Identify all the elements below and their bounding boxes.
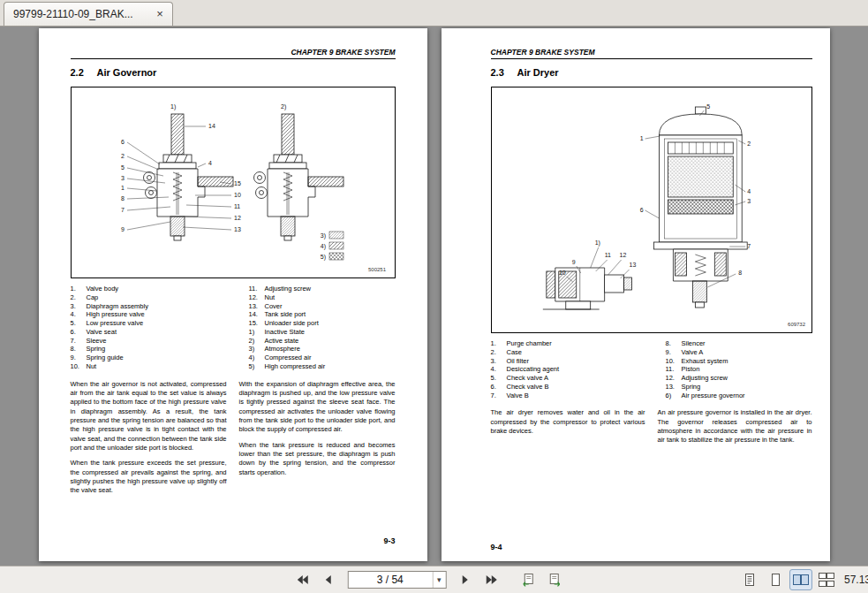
- callout-label: 12: [234, 215, 241, 221]
- text-column-2: An air pressure governor is installed in…: [658, 408, 812, 445]
- part-row: 9.Valve A: [666, 348, 812, 357]
- callout-label: 6: [639, 207, 643, 213]
- figure-number: 609732: [788, 322, 806, 327]
- next-page-icon: [457, 574, 472, 586]
- zoom-level[interactable]: 57.13: [844, 574, 868, 586]
- parts-column-right: 8.Silencer 9.Valve A 10.Exhaust system 1…: [666, 339, 812, 399]
- part-row: 6)Air pressure governor: [666, 392, 812, 400]
- part-row: 2)Active state: [249, 337, 396, 346]
- next-view-icon: [547, 573, 562, 587]
- first-page-button[interactable]: [291, 569, 313, 590]
- callout-label: 1: [639, 135, 643, 141]
- part-row: 1.Purge chamber: [491, 339, 657, 348]
- callout-label: 14: [208, 123, 215, 129]
- body-paragraph: The air dryer removes water and oil in t…: [491, 408, 645, 436]
- document-tab-title: 99799-21110-09_BRAK...: [13, 8, 153, 20]
- callout-label: 7: [747, 243, 751, 249]
- page-number-combobox[interactable]: 3 / 54 ▾: [347, 571, 446, 589]
- section-title-air-governor: 2.2 Air Governor: [71, 67, 396, 78]
- page-number: 9-4: [491, 543, 502, 551]
- part-row: 4)Compressed air: [249, 354, 396, 362]
- legend-label: 5): [320, 254, 325, 261]
- valve-assembly-1-drawing: [143, 114, 233, 240]
- bottom-toolbar: 3 / 54 ▾: [0, 566, 868, 593]
- callout-label: 8: [121, 195, 125, 201]
- hatch-legend: [329, 232, 343, 260]
- parts-list-air-governor: 1.Valve body 2.Cap 3.Diaphragm assembly …: [71, 285, 396, 371]
- pdf-viewer-window: 99799-21110-09_BRAK... × CHAPTER 9 BRAKE…: [0, 0, 868, 593]
- text-page-view-button[interactable]: [738, 569, 761, 590]
- previous-view-button[interactable]: [517, 569, 540, 590]
- page-number-display: 3 / 54: [348, 574, 432, 586]
- parts-list-air-dryer: 1.Purge chamber 2.Case 3.Oil filter 4.De…: [491, 339, 812, 399]
- callout-label: 4: [208, 160, 212, 166]
- text-column-2: With the expansion of diaphragm effectiv…: [239, 380, 396, 496]
- callout-label: 7: [121, 207, 125, 213]
- next-view-button[interactable]: [543, 569, 566, 590]
- parts-column-right: 11.Adjusting screw 12.Nut 13.Cover 14.Ta…: [249, 285, 396, 371]
- tab-bar: 99799-21110-09_BRAK... ×: [0, 0, 868, 27]
- callout-label: 13: [629, 262, 636, 268]
- dropdown-caret-icon[interactable]: ▾: [432, 572, 445, 588]
- part-row: 14.Tank side port: [249, 310, 396, 319]
- page-left: CHAPTER 9 BRAKE SYSTEM 2.2 Air Governor: [39, 28, 427, 561]
- page-number: 9-3: [383, 536, 395, 545]
- continuous-facing-view-icon: [818, 573, 835, 587]
- text-page-view-icon: [741, 573, 759, 587]
- previous-page-button[interactable]: [317, 569, 340, 590]
- facing-pages-view-button[interactable]: [789, 569, 812, 590]
- callout-label: 3: [747, 198, 751, 204]
- single-page-view-button[interactable]: [764, 569, 787, 590]
- part-row: 7.Valve B: [491, 392, 657, 400]
- document-tab[interactable]: 99799-21110-09_BRAK... ×: [4, 2, 173, 26]
- figure-number: 500251: [367, 267, 386, 272]
- part-row: 1.Valve body: [71, 285, 240, 293]
- callout-label: 12: [619, 252, 626, 258]
- page-right: CHAPTER 9 BRAKE SYSTEM 2.3 Air Dryer: [442, 28, 830, 561]
- part-row: 3)Atmosphere: [249, 345, 396, 354]
- part-row: 7.Sleeve: [71, 337, 240, 346]
- callout-label: 8: [738, 270, 742, 276]
- text-column-1: When the air governor is not activated, …: [71, 380, 227, 496]
- body-paragraph: With the expansion of diaphragm effectiv…: [239, 380, 396, 435]
- chapter-header: CHAPTER 9 BRAKE SYSTEM: [71, 48, 396, 59]
- callout-label: 2): [281, 103, 286, 110]
- parts-column-left: 1.Purge chamber 2.Case 3.Oil filter 4.De…: [491, 339, 657, 399]
- body-text: The air dryer removes water and oil in t…: [491, 408, 812, 445]
- chapter-header: CHAPTER 9 BRAKE SYSTEM: [491, 48, 812, 59]
- single-page-view-icon: [766, 573, 784, 587]
- section-number: 2.3: [491, 67, 517, 78]
- callout-label: 15: [234, 180, 241, 186]
- air-dryer-diagram: 5 1 2 4 3 6 7 8 1) 9 10 11 12 13: [492, 87, 811, 332]
- last-page-button[interactable]: [479, 569, 502, 590]
- part-row: 5.Low pressure valve: [71, 319, 240, 328]
- legend-label: 3): [320, 232, 325, 239]
- part-row: 13.Spring: [666, 383, 812, 392]
- part-row: 8.Spring: [71, 345, 240, 354]
- callout-label: 5: [121, 164, 125, 171]
- callout-label: 11: [234, 203, 240, 209]
- tab-close-icon[interactable]: ×: [153, 7, 167, 21]
- part-row: 4.Desiccating agent: [491, 365, 657, 374]
- callout-label: 1): [594, 239, 600, 247]
- part-row: 9.Spring guide: [71, 354, 240, 362]
- body-paragraph: When the air governor is not activated, …: [71, 380, 227, 453]
- body-paragraph: When the tank pressure exceeds the set p…: [71, 459, 227, 495]
- parts-column-left: 1.Valve body 2.Cap 3.Diaphragm assembly …: [71, 285, 240, 371]
- part-row: 15.Unloader side port: [249, 319, 396, 328]
- part-row: 2.Case: [491, 348, 657, 357]
- callout-label: 2: [747, 141, 751, 147]
- next-page-button[interactable]: [453, 569, 476, 590]
- callout-label: 9: [121, 226, 125, 232]
- callout-label: 11: [604, 252, 610, 258]
- legend-label: 4): [320, 243, 325, 250]
- previous-view-icon: [521, 573, 536, 587]
- part-row: 8.Silencer: [666, 339, 812, 348]
- part-row: 3.Diaphragm assembly: [71, 302, 240, 311]
- text-column-1: The air dryer removes water and oil in t…: [491, 408, 645, 445]
- part-row: 11.Adjusting screw: [249, 285, 396, 293]
- callout-label: 1: [121, 185, 125, 191]
- continuous-facing-view-button[interactable]: [815, 569, 838, 590]
- callout-label: 6: [121, 139, 125, 145]
- document-viewer[interactable]: CHAPTER 9 BRAKE SYSTEM 2.2 Air Governor: [0, 27, 868, 566]
